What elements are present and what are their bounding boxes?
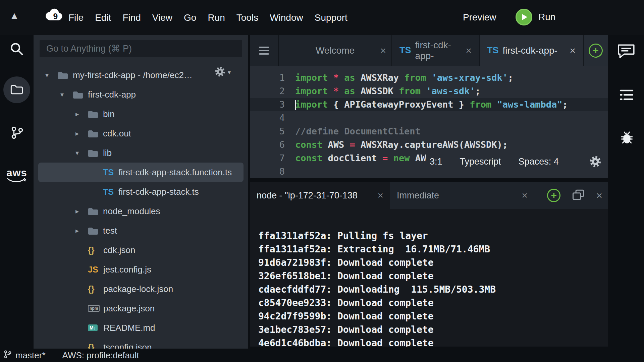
editor-tab-welcome-0[interactable]: Welcome× xyxy=(279,35,392,66)
play-icon xyxy=(516,9,532,25)
chevron-down-icon[interactable]: ▾ xyxy=(75,149,88,157)
new-terminal-button[interactable]: + xyxy=(547,189,560,202)
git-branch-status[interactable]: master* xyxy=(3,349,46,362)
chevron-right-icon[interactable]: ▸ xyxy=(75,207,88,215)
terminal-tab-immediate[interactable]: Immediate× xyxy=(390,182,534,209)
folder-icon xyxy=(88,148,103,158)
menu-item-run[interactable]: Run xyxy=(202,12,230,23)
terminal-line: 91d6a721983f: Download complete xyxy=(258,256,608,269)
split-panes-icon[interactable] xyxy=(572,189,585,202)
menu-item-tools[interactable]: Tools xyxy=(231,12,264,23)
tab-list-menu-button[interactable] xyxy=(250,35,279,66)
editor-tab-first-cdk-app-2[interactable]: TSfirst-cdk-app-× xyxy=(480,35,584,66)
tree-item-tsconfig-json[interactable]: {}tsconfig.json xyxy=(38,338,244,349)
tree-item-label: jest.config.js xyxy=(103,264,151,275)
tree-item-readme-md[interactable]: M↓README.md xyxy=(38,318,244,338)
editor-tab-bar: Welcome×TSfirst-cdk-app-×TSfirst-cdk-app… xyxy=(250,35,608,66)
code-editor[interactable]: 1import * as AWSXRay from 'aws-xray-sdk'… xyxy=(250,66,608,178)
tab-close-icon[interactable]: × xyxy=(461,45,472,56)
collapse-triangle-icon[interactable]: ▲ xyxy=(9,10,19,21)
preview-button[interactable]: Preview xyxy=(463,12,496,23)
terminal-output[interactable]: ffa1311af52a: Pulling fs layerffa1311af5… xyxy=(250,209,608,347)
tree-item-package-lock-json[interactable]: {}package-lock.json xyxy=(38,279,244,299)
terminal-tab-node-ip-172-31-70-138[interactable]: node - "ip-172-31-70-138× xyxy=(250,182,390,209)
collaborate-chat-icon[interactable] xyxy=(617,43,635,60)
code-line-6: 6const AWS = AWSXRay.captureAWS(AWSSDK); xyxy=(250,138,608,152)
tree-settings-button[interactable]: ▾ xyxy=(214,66,231,79)
code-line-2: 2import * as AWSSDK from 'aws-sdk'; xyxy=(250,84,608,98)
line-number: 5 xyxy=(250,125,293,138)
new-tab-button[interactable]: + xyxy=(584,35,608,66)
menu-item-go[interactable]: Go xyxy=(178,12,202,23)
menu-item-edit[interactable]: Edit xyxy=(89,12,117,23)
gear-icon xyxy=(214,66,226,79)
terminal-line: 326ef6518be1: Download complete xyxy=(258,269,608,283)
chevron-down-icon: ▾ xyxy=(228,69,231,76)
folder-icon xyxy=(88,129,103,138)
terminal-line: 4e6d1c46bdba: Download complete xyxy=(258,337,608,347)
menu-item-window[interactable]: Window xyxy=(264,12,309,23)
tree-item-label: my-first-cdk-app - /home/ec2… xyxy=(73,70,193,80)
tree-item-package-json[interactable]: npmpackage.json xyxy=(38,299,244,318)
line-number: 7 xyxy=(250,152,293,165)
aws-logo-icon[interactable]: aws xyxy=(5,168,29,183)
terminal-line: 3e1bec783e57: Download complete xyxy=(258,323,608,337)
indent-setting[interactable]: Spaces: 4 xyxy=(519,157,559,167)
goto-anything-input[interactable] xyxy=(40,40,242,57)
chevron-right-icon[interactable]: ▸ xyxy=(75,227,88,235)
tree-item-label: README.md xyxy=(103,323,155,333)
editor-settings-gear-icon[interactable] xyxy=(589,155,602,168)
plus-icon: + xyxy=(589,44,603,58)
editor-status-bar: 3:1 Typescript Spaces: 4 xyxy=(426,152,608,171)
run-button[interactable]: Run xyxy=(516,9,555,25)
debugger-bug-icon[interactable] xyxy=(619,130,635,145)
tree-item-first-cdk-app[interactable]: ▾first-cdk-app xyxy=(38,85,244,104)
menu-item-file[interactable]: File xyxy=(63,12,89,23)
tree-item-cdk-out[interactable]: ▸cdk.out xyxy=(38,124,244,143)
language-mode[interactable]: Typescript xyxy=(460,157,501,167)
tree-item-label: bin xyxy=(103,109,115,119)
tree-item-test[interactable]: ▸test xyxy=(38,221,244,240)
menu-item-view[interactable]: View xyxy=(147,12,178,23)
chevron-down-icon[interactable]: ▾ xyxy=(60,90,72,99)
json-file-icon: {} xyxy=(88,343,103,349)
folder-icon xyxy=(88,207,103,216)
file-tree-panel: ▾ ▾my-first-cdk-app - /home/ec2…▾first-c… xyxy=(34,35,248,349)
terminal-line: 94c2d7f9599b: Download complete xyxy=(258,310,608,323)
tab-close-icon[interactable]: × xyxy=(517,190,528,201)
tree-item-my-first-cdk-app-home-ec2[interactable]: ▾my-first-cdk-app - /home/ec2… xyxy=(38,65,244,85)
chevron-right-icon[interactable]: ▸ xyxy=(75,110,88,118)
chevron-down-icon[interactable]: ▾ xyxy=(45,71,57,79)
tree-item-first-cdk-app-stack-ts[interactable]: TSfirst-cdk-app-stack.ts xyxy=(38,182,244,201)
tree-item-jest-config-js[interactable]: JSjest.config.js xyxy=(38,260,244,279)
line-number: 3 xyxy=(250,98,293,111)
tab-close-icon[interactable]: × xyxy=(373,190,383,201)
terminal-line: ffa1311af52a: Pulling fs layer xyxy=(258,229,608,243)
bottom-status-bar: master* AWS: profile:default xyxy=(0,349,644,362)
menu-item-support[interactable]: Support xyxy=(309,12,353,23)
menu-item-find[interactable]: Find xyxy=(117,12,146,23)
tree-item-lib[interactable]: ▾lib xyxy=(38,143,244,163)
search-icon[interactable] xyxy=(9,41,24,57)
tree-item-first-cdk-app-stack-function-ts[interactable]: TSfirst-cdk-app-stack.function.ts xyxy=(38,163,244,182)
tab-close-icon[interactable]: × xyxy=(375,45,386,56)
tree-item-node-modules[interactable]: ▸node_modules xyxy=(38,201,244,221)
outline-icon[interactable] xyxy=(619,88,635,102)
folder-icon xyxy=(72,90,88,99)
cloud9-logo-icon: 9 xyxy=(43,7,64,23)
editor-tab-first-cdk-app-1[interactable]: TSfirst-cdk-app-× xyxy=(392,35,480,66)
close-panel-icon[interactable]: × xyxy=(596,189,602,202)
code-line-3: 3import { APIGatewayProxyEvent } from "a… xyxy=(250,98,608,111)
aws-profile-status[interactable]: AWS: profile:default xyxy=(62,350,139,361)
js-file-icon: JS xyxy=(88,265,103,275)
git-icon[interactable] xyxy=(9,125,25,140)
tab-close-icon[interactable]: × xyxy=(565,45,576,56)
chevron-right-icon[interactable]: ▸ xyxy=(75,129,88,137)
file-explorer-icon[interactable] xyxy=(3,76,30,103)
ts-file-icon: TS xyxy=(103,187,118,197)
menu-items: FileEditFindViewGoRunToolsWindowSupport xyxy=(63,0,353,35)
line-number: 8 xyxy=(250,165,293,178)
tree-item-bin[interactable]: ▸bin xyxy=(38,104,244,124)
tree-item-cdk-json[interactable]: {}cdk.json xyxy=(38,240,244,260)
cursor-position[interactable]: 3:1 xyxy=(430,157,442,167)
